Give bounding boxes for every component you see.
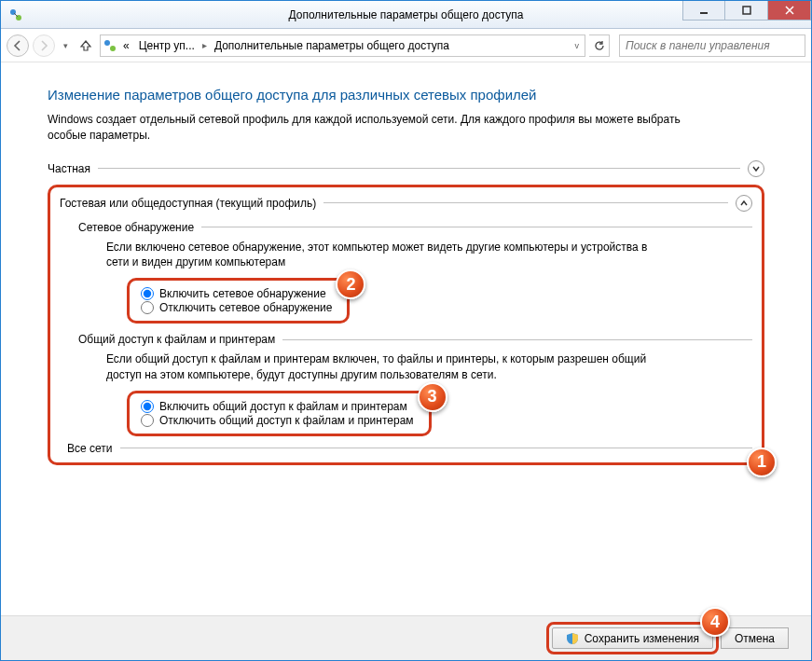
expand-private-button[interactable] — [748, 160, 764, 177]
annotation-badge-1: 1 — [747, 448, 777, 477]
fileshare-on-radio[interactable] — [141, 400, 154, 413]
cancel-button-label: Отмена — [735, 632, 775, 645]
chevron-right-icon: ▸ — [200, 40, 209, 50]
discovery-radio-group: 2 Включить сетевое обнаружение Отключить… — [127, 278, 350, 324]
divider — [98, 168, 740, 169]
collapse-guest-button[interactable] — [736, 195, 752, 212]
breadcrumb-item-2[interactable]: Дополнительные параметры общего доступа — [211, 39, 453, 52]
discovery-off-label: Отключить сетевое обнаружение — [159, 301, 332, 314]
close-button[interactable] — [768, 1, 811, 21]
shield-icon — [566, 632, 579, 645]
breadcrumb-icon — [103, 38, 117, 53]
section-fileshare-label: Общий доступ к файлам и принтерам — [78, 333, 275, 346]
maximize-button[interactable] — [725, 1, 768, 21]
window-frame: Дополнительные параметры общего доступа … — [0, 0, 812, 661]
window-buttons — [682, 1, 811, 21]
breadcrumb-dropdown-icon[interactable]: v — [571, 41, 584, 50]
divider — [120, 448, 753, 448]
navigation-bar: ▾ « Центр уп... ▸ Дополнительные парамет… — [1, 29, 811, 62]
breadcrumb-bar[interactable]: « Центр уп... ▸ Дополнительные параметры… — [100, 34, 585, 57]
svg-rect-2 — [700, 12, 708, 14]
discovery-on-row[interactable]: Включить сетевое обнаружение — [141, 287, 332, 300]
annotation-badge-3: 3 — [418, 382, 447, 412]
svg-rect-3 — [743, 7, 750, 14]
fileshare-off-row[interactable]: Отключить общий доступ к файлам и принте… — [141, 414, 414, 427]
nav-forward-button[interactable] — [33, 34, 55, 57]
divider — [201, 227, 752, 227]
refresh-button[interactable] — [589, 34, 610, 57]
section-fileshare-desc: Если общий доступ к файлам и принтерам в… — [106, 351, 666, 383]
footer-bar: Сохранить изменения 4 Отмена — [1, 615, 811, 660]
section-discovery-desc: Если включено сетевое обнаружение, этот … — [106, 240, 666, 271]
discovery-on-radio[interactable] — [141, 287, 154, 300]
fileshare-off-radio[interactable] — [141, 414, 154, 427]
fileshare-off-label: Отключить общий доступ к файлам и принте… — [159, 414, 414, 427]
breadcrumb-prefix[interactable]: « — [119, 39, 133, 52]
profile-allnets-label: Все сети — [67, 442, 113, 455]
cancel-button[interactable]: Отмена — [721, 627, 789, 649]
profile-guest-label: Гостевая или общедоступная (текущий проф… — [60, 197, 316, 210]
discovery-on-label: Включить сетевое обнаружение — [159, 287, 326, 300]
nav-up-button[interactable] — [76, 35, 96, 56]
app-icon — [8, 7, 23, 22]
breadcrumb-item-1[interactable]: Центр уп... — [135, 39, 199, 52]
annotation-badge-4: 4 — [700, 607, 730, 637]
fileshare-on-row[interactable]: Включить общий доступ к файлам и принтер… — [141, 400, 414, 413]
page-title: Изменение параметров общего доступа для … — [48, 87, 764, 103]
page-description: Windows создает отдельный сетевой профил… — [48, 112, 681, 144]
section-discovery-label: Сетевое обнаружение — [78, 221, 194, 234]
content-area: Изменение параметров общего доступа для … — [1, 62, 811, 615]
fileshare-on-label: Включить общий доступ к файлам и принтер… — [159, 400, 407, 413]
nav-back-button[interactable] — [7, 34, 29, 57]
fileshare-radio-group: 3 Включить общий доступ к файлам и принт… — [127, 391, 432, 436]
minimize-button[interactable] — [682, 1, 725, 21]
section-discovery-head: Сетевое обнаружение — [78, 221, 752, 234]
nav-history-dropdown[interactable]: ▾ — [59, 34, 72, 57]
search-input[interactable] — [619, 34, 805, 57]
profile-allnets-row: Все сети — [67, 442, 752, 455]
profile-private-row: Частная — [48, 160, 764, 177]
titlebar: Дополнительные параметры общего доступа — [1, 1, 811, 29]
save-button-label: Сохранить изменения — [585, 632, 699, 645]
annotation-badge-2: 2 — [336, 269, 365, 299]
profile-private-label: Частная — [48, 162, 90, 175]
divider — [323, 202, 728, 203]
discovery-off-row[interactable]: Отключить сетевое обнаружение — [141, 301, 332, 314]
discovery-off-radio[interactable] — [141, 301, 154, 314]
svg-point-4 — [104, 40, 110, 46]
section-fileshare-head: Общий доступ к файлам и принтерам — [78, 333, 752, 346]
divider — [282, 339, 752, 340]
profile-guest-box: 1 Гостевая или общедоступная (текущий пр… — [48, 185, 764, 465]
svg-point-5 — [110, 46, 116, 51]
profile-guest-row: Гостевая или общедоступная (текущий проф… — [60, 195, 752, 212]
save-button[interactable]: Сохранить изменения — [552, 627, 713, 649]
